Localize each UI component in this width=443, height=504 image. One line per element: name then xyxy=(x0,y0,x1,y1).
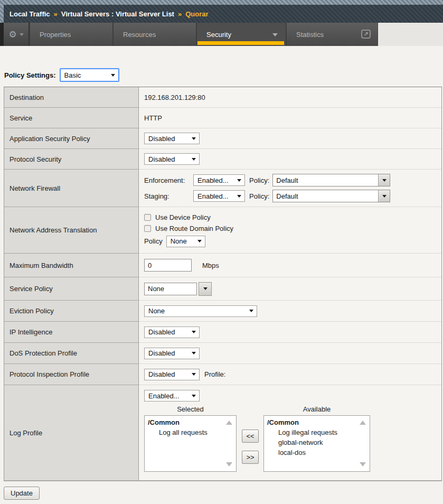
protocol-security-select[interactable]: Disabled xyxy=(144,153,200,165)
move-to-available-button[interactable]: >> xyxy=(242,451,259,464)
table-row: Application Security Policy Disabled xyxy=(4,128,441,149)
staging-select[interactable]: Enabled... xyxy=(193,190,245,202)
nat-policy-label: Policy xyxy=(144,237,163,245)
policy-settings-select[interactable]: Basic xyxy=(60,68,119,82)
log-profile-dual-listbox: Selected /Common Log all requests << >> xyxy=(144,405,370,472)
maximum-bandwidth-label: Maximum Bandwidth xyxy=(4,254,139,277)
protocol-inspection-profile-suffix: Profile: xyxy=(204,370,225,378)
breadcrumb-current: Quorar xyxy=(185,10,208,18)
staging-policy-dropdown-button[interactable] xyxy=(378,190,390,202)
active-tab-underline xyxy=(197,41,284,45)
eviction-policy-select[interactable]: None xyxy=(144,305,257,317)
protocol-inspection-profile-label: Protocol Inspection Profile xyxy=(4,364,139,385)
destination-value: 192.168.201.129:80 xyxy=(144,94,205,101)
list-item[interactable]: Log all requests xyxy=(145,427,236,437)
enforcement-policy-label: Policy: xyxy=(249,176,269,184)
breadcrumb: Local Traffic » Virtual Servers : Virtua… xyxy=(4,5,443,23)
network-firewall-label: Network Firewall xyxy=(4,170,139,207)
list-item: /Common xyxy=(145,417,236,427)
ip-intelligence-value: Disabled xyxy=(148,328,175,336)
staging-policy-label: Policy: xyxy=(249,192,269,200)
service-value: HTTP xyxy=(144,114,162,122)
table-row: DoS Protection Profile Disabled xyxy=(4,343,441,364)
table-row: Service HTTP xyxy=(4,108,441,128)
application-security-policy-value: Disabled xyxy=(148,135,175,143)
security-settings-table: Destination 192.168.201.129:80 Service H… xyxy=(4,87,442,481)
protocol-security-value: Disabled xyxy=(148,155,175,163)
tab-properties[interactable]: Properties xyxy=(30,23,112,46)
table-row: Eviction Policy None xyxy=(4,301,441,322)
service-label: Service xyxy=(4,108,139,128)
security-settings-page: Policy Settings: Basic Destination 192.1… xyxy=(0,46,443,504)
gear-menu-button[interactable]: ⚙ xyxy=(4,23,29,46)
policy-settings-select-value: Basic xyxy=(64,71,81,79)
tab-properties-label: Properties xyxy=(40,31,71,39)
available-header: Available xyxy=(263,405,370,413)
enforcement-policy-combobox[interactable]: Default xyxy=(272,174,390,186)
nat-policy-select[interactable]: None xyxy=(166,236,205,247)
selected-header: Selected xyxy=(144,405,237,413)
chevron-down-icon xyxy=(20,33,24,36)
enforcement-policy-dropdown-button[interactable] xyxy=(378,174,390,186)
tab-resources[interactable]: Resources xyxy=(114,23,196,46)
scroll-up-icon[interactable] xyxy=(360,421,366,425)
service-policy-label: Service Policy xyxy=(4,277,139,301)
tab-bar-left-edge xyxy=(0,23,4,46)
list-item[interactable]: Log illegal requests xyxy=(264,427,370,437)
chevron-down-icon xyxy=(272,33,278,36)
dos-protection-profile-label: DoS Protection Profile xyxy=(4,343,139,364)
tab-security-label: Security xyxy=(206,31,231,39)
dos-protection-profile-select[interactable]: Disabled xyxy=(144,348,200,359)
service-policy-dropdown-button[interactable] xyxy=(199,282,212,296)
log-profile-select[interactable]: Enabled... xyxy=(144,390,200,402)
available-log-profiles-listbox[interactable]: /Common Log illegal requests global-netw… xyxy=(263,415,370,472)
application-security-policy-select[interactable]: Disabled xyxy=(144,133,200,144)
move-to-selected-button[interactable]: << xyxy=(242,430,259,443)
use-route-domain-policy-checkbox[interactable] xyxy=(144,225,151,232)
staging-policy-value: Default xyxy=(273,190,378,202)
destination-label: Destination xyxy=(4,87,139,108)
staging-value: Enabled... xyxy=(197,192,229,200)
ip-intelligence-select[interactable]: Disabled xyxy=(144,326,200,338)
protocol-inspection-profile-value: Disabled xyxy=(148,370,175,378)
selected-log-profiles-listbox[interactable]: /Common Log all requests xyxy=(144,415,237,472)
tab-bar: ⚙ Properties Resources Security Statisti… xyxy=(0,23,443,46)
breadcrumb-section[interactable]: Local Traffic xyxy=(10,10,50,18)
list-item: /Common xyxy=(264,417,370,427)
list-item[interactable]: global-network xyxy=(264,437,370,447)
staging-label: Staging: xyxy=(144,192,193,200)
enforcement-label: Enforcement: xyxy=(144,176,193,184)
chevron-down-icon xyxy=(203,287,208,290)
use-device-policy-label: Use Device Policy xyxy=(155,213,211,221)
use-route-domain-policy-label: Use Route Domain Policy xyxy=(155,225,233,232)
tab-security[interactable]: Security xyxy=(197,23,286,46)
scroll-down-icon[interactable] xyxy=(360,462,366,466)
chevron-down-icon xyxy=(382,179,387,182)
service-policy-field[interactable]: None xyxy=(144,283,197,295)
update-button[interactable]: Update xyxy=(4,487,40,500)
enforcement-value: Enabled... xyxy=(197,176,229,184)
scroll-down-icon[interactable] xyxy=(226,462,232,466)
nat-policy-value: None xyxy=(171,237,187,245)
tab-statistics[interactable]: Statistics ↗ xyxy=(287,23,378,46)
popup-window-icon: ↗ xyxy=(361,30,371,39)
use-device-policy-checkbox[interactable] xyxy=(144,214,151,221)
application-security-policy-label: Application Security Policy xyxy=(4,128,139,149)
enforcement-policy-value: Default xyxy=(273,174,378,186)
maximum-bandwidth-input[interactable] xyxy=(144,259,192,272)
gear-icon: ⚙ xyxy=(8,30,16,39)
scroll-up-icon[interactable] xyxy=(226,421,232,425)
enforcement-select[interactable]: Enabled... xyxy=(193,174,245,186)
table-row: Log Profile Enabled... Selected /Common … xyxy=(4,385,441,480)
tab-resources-label: Resources xyxy=(123,31,156,39)
staging-policy-combobox[interactable]: Default xyxy=(272,190,390,202)
protocol-security-label: Protocol Security xyxy=(4,149,139,170)
list-item[interactable]: local-dos xyxy=(264,447,370,458)
protocol-inspection-profile-select[interactable]: Disabled xyxy=(144,369,200,380)
network-address-translation-label: Network Address Translation xyxy=(4,207,139,254)
table-row: Protocol Inspection Profile Disabled Pro… xyxy=(4,364,441,385)
eviction-policy-value: None xyxy=(148,307,165,315)
breadcrumb-path[interactable]: Virtual Servers : Virtual Server List xyxy=(61,10,174,18)
breadcrumb-separator-icon: » xyxy=(54,10,58,18)
table-row: IP Intelligence Disabled xyxy=(4,322,441,343)
